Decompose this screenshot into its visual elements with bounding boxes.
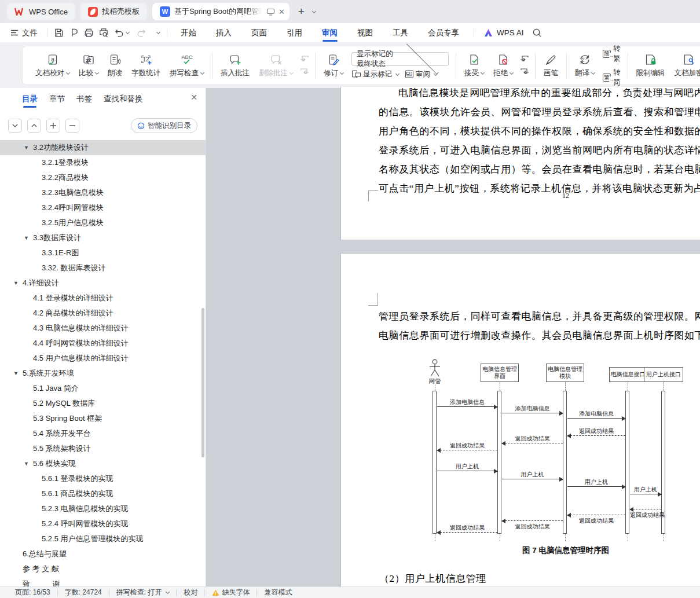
translate-button[interactable]: 文A 翻译 — [570, 53, 599, 78]
toc-item[interactable]: ▼4.1 登录模块的详细设计 — [0, 291, 206, 306]
toc-item[interactable]: ▼致 谢 — [0, 577, 206, 586]
print-icon[interactable] — [81, 26, 96, 40]
menu-tab[interactable]: 引用 — [277, 23, 312, 42]
previous-comment-icon — [300, 55, 309, 63]
toc-item[interactable]: ▼参 考 文 献 — [0, 562, 206, 577]
toc-item[interactable]: ▼5.3 Spring Boot 框架 — [0, 411, 206, 426]
print-preview-icon[interactable] — [96, 26, 111, 40]
toc-item[interactable]: ▼5.5 系统架构设计 — [0, 441, 206, 456]
review-pane-button[interactable]: 审阅 — [405, 69, 437, 79]
insert-comment-button[interactable]: 插入批注 — [216, 53, 254, 78]
toc-item[interactable]: ▼5.6.1 商品模块的实现 — [0, 486, 206, 501]
toc-item[interactable]: ▼5.2.3 电脑信息模块的实现 — [0, 501, 206, 516]
menu-tab[interactable]: 工具 — [383, 23, 418, 42]
toc-item[interactable]: ▼6.总结与展望 — [0, 546, 206, 562]
menu-tab[interactable]: 会员专享 — [418, 23, 469, 42]
sidebar-tab[interactable]: 目录 — [22, 94, 38, 108]
toc-item[interactable]: ▼3.2.1登录模块 — [0, 155, 206, 170]
sidebar-tab[interactable]: 查找和替换 — [104, 94, 143, 108]
toc-item[interactable]: ▼3.2.2商品模块 — [0, 170, 206, 185]
expander-triangle-icon[interactable]: ▼ — [13, 280, 23, 286]
toc-item[interactable]: ▼5.1 Java 简介 — [0, 381, 206, 396]
toc-item[interactable]: ▼3.2功能模块设计 — [0, 140, 206, 155]
tab-document[interactable]: W 基于Spring Boot的网吧管理系 ✕ — [152, 3, 289, 20]
toc-item[interactable]: ▼4.5 用户信息模块的详细设计 — [0, 351, 206, 366]
reject-change-button[interactable]: 拒绝 — [489, 53, 518, 78]
quick-toolbar-chevron-icon[interactable] — [156, 30, 160, 34]
tab-wps-office[interactable]: WPS Office — [7, 3, 75, 20]
toc-item[interactable]: ▼3.2.5用户信息模块 — [0, 215, 206, 230]
toc-item[interactable]: ▼3.2.4呼叫网管模块 — [0, 200, 206, 215]
accept-change-button[interactable]: 接受 — [460, 53, 489, 78]
new-tab-button[interactable]: + — [295, 5, 308, 18]
search-icon[interactable] — [530, 26, 545, 40]
hamburger-icon — [10, 30, 19, 36]
next-change-icon[interactable] — [520, 68, 529, 76]
compare-button[interactable]: 比较 — [74, 53, 103, 78]
toc-item[interactable]: ▼3.2.3电脑信息模块 — [0, 185, 206, 200]
tab-list-chevron-icon[interactable] — [312, 9, 316, 13]
toc-item[interactable]: ▼5.2.4 呼叫网管模块的实现 — [0, 516, 206, 531]
delete-comment-icon — [270, 53, 283, 66]
status-word-count[interactable]: 字数: 24724 — [58, 588, 109, 597]
undo-chevron-icon[interactable] — [126, 30, 130, 34]
toc-item[interactable]: ▼5.系统开发环境 — [0, 366, 206, 381]
collapse-up-button[interactable] — [27, 119, 41, 133]
restrict-editing-button[interactable]: 限制编辑 — [632, 53, 670, 78]
close-tab-icon[interactable]: ✕ — [278, 8, 285, 16]
file-menu[interactable]: 文件 — [0, 28, 43, 38]
encrypt-document-button[interactable]: 文档加密 — [670, 53, 700, 78]
doc-proofread-button[interactable]: a 文档校对 — [31, 53, 74, 78]
toc-item[interactable]: ▼5.4 系统开发平台 — [0, 426, 206, 441]
toc-item[interactable]: ▼4.详细设计 — [0, 276, 206, 291]
wps-ai-button[interactable]: WPS AI — [483, 28, 524, 37]
markup-state-select[interactable]: 显示标记的最终状态 — [351, 52, 449, 66]
toc-item[interactable]: ▼3.3数据库设计 — [0, 230, 206, 245]
sidebar-tab[interactable]: 书签 — [76, 94, 92, 108]
menu-tab[interactable]: 开始 — [171, 23, 206, 42]
toc-item[interactable]: ▼4.4 呼叫网管模块的详细设计 — [0, 336, 206, 351]
menu-tab[interactable]: 页面 — [241, 23, 277, 42]
menu-tab[interactable]: 视图 — [347, 23, 383, 42]
expander-triangle-icon[interactable]: ▼ — [24, 145, 33, 151]
export-icon[interactable] — [66, 26, 81, 40]
show-markup-button[interactable]: 显示标记 — [351, 69, 399, 79]
smart-toc-button[interactable]: 智能识别目录 — [131, 118, 197, 133]
menu-tab[interactable]: 审阅 — [312, 23, 347, 42]
toc-item[interactable]: ▼5.6 模块实现 — [0, 456, 206, 471]
sidebar-scrollbar[interactable] — [201, 308, 204, 457]
status-compat-mode[interactable]: 兼容模式 — [257, 588, 299, 597]
previous-change-icon[interactable] — [520, 55, 529, 63]
toc-item[interactable]: ▼3.3.1E-R图 — [0, 245, 206, 261]
undo-icon[interactable] — [111, 26, 126, 40]
read-aloud-button[interactable]: 朗读 — [103, 53, 127, 78]
to-simplified-button[interactable]: 繁→ 转简 — [603, 68, 621, 87]
close-sidebar-icon[interactable]: ✕ — [190, 93, 197, 102]
status-missing-font[interactable]: 缺失字体 — [205, 588, 256, 597]
track-changes-button[interactable]: 修订 — [319, 53, 348, 78]
toc-item[interactable]: ▼4.2 商品模块的详细设计 — [0, 306, 206, 321]
status-proofread[interactable]: 校对 — [177, 588, 204, 597]
toc-item[interactable]: ▼4.3 电脑信息模块的详细设计 — [0, 321, 206, 336]
save-icon[interactable] — [51, 26, 66, 40]
to-traditional-button[interactable]: 简→ 转繁 — [603, 44, 621, 64]
sidebar-tab[interactable]: 章节 — [49, 94, 65, 108]
collapse-all-button[interactable] — [65, 119, 79, 133]
expander-triangle-icon[interactable]: ▼ — [24, 461, 33, 467]
toc-item[interactable]: ▼5.2.5 用户信息管理模块的实现 — [0, 531, 206, 546]
expander-triangle-icon[interactable]: ▼ — [13, 370, 23, 376]
expander-triangle-icon[interactable]: ▼ — [24, 235, 33, 241]
status-page-indicator[interactable]: 页面: 16/53 — [8, 588, 57, 597]
toc-item[interactable]: ▼5.2 MySQL 数据库 — [0, 396, 206, 411]
status-spellcheck[interactable]: 拼写检查: 打开 — [109, 588, 177, 597]
menu-tab[interactable]: 插入 — [206, 23, 241, 42]
word-count-button[interactable]: 12 字数统计 — [127, 53, 165, 78]
toc-item[interactable]: ▼3.32. 数据库表设计 — [0, 261, 206, 276]
tab-docer-templates[interactable]: 找稻壳模板 — [80, 3, 147, 20]
spell-check-button[interactable]: ABC 拼写检查 — [165, 53, 208, 78]
screen-share-icon[interactable] — [266, 8, 275, 16]
toc-item[interactable]: ▼5.6.1 登录模块的实现 — [0, 471, 206, 486]
expand-down-button[interactable] — [8, 119, 22, 133]
expand-all-button[interactable] — [46, 119, 60, 133]
ink-pen-button[interactable]: 画笔 — [539, 53, 563, 78]
